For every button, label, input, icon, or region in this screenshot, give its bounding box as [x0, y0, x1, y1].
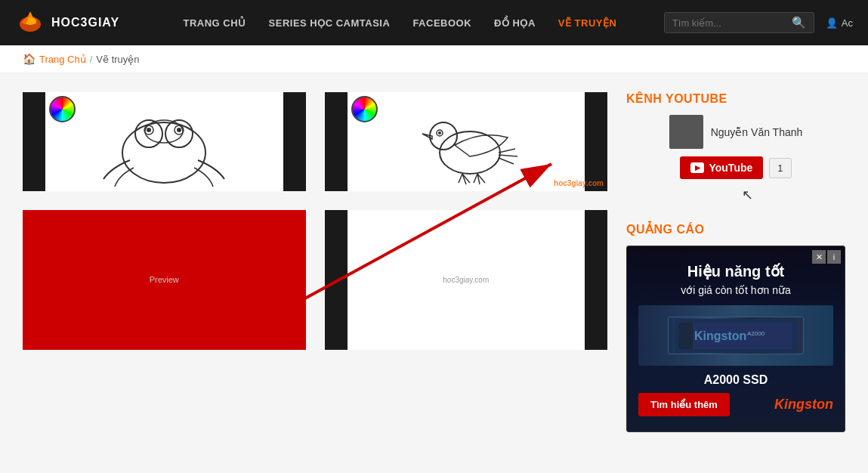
ui-panel-right-4: [585, 210, 607, 350]
yt-btn-row: ▶ YouTube 1: [680, 156, 791, 179]
youtube-play-icon: ▶: [690, 162, 704, 173]
svg-text:A2000: A2000: [747, 330, 765, 337]
author-name: Nguyễn Văn Thanh: [711, 126, 803, 138]
logo-icon: [15, 8, 45, 38]
kingston-brand: Kingston: [774, 397, 833, 412]
breadcrumb-home-link[interactable]: Trang Chủ: [39, 54, 86, 65]
ad-learn-btn[interactable]: Tìm hiểu thêm: [638, 393, 730, 416]
nav-facebook[interactable]: FACEBOOK: [412, 17, 471, 29]
nav-do-hoa[interactable]: ĐỒ HỌA: [494, 17, 536, 29]
header: HOC3GIAY TRANG CHỦ SERIES HỌC CAMTASIA F…: [0, 0, 868, 45]
color-wheel-bird: [351, 96, 378, 122]
ad-product-name: A2000 SSD: [638, 373, 833, 387]
author-row: Nguyễn Văn Thanh: [669, 115, 803, 149]
content-area: Hướng dẫn vẽ ếch sống động và đẹp mắt Ếc…: [23, 92, 607, 432]
article-card-bird: hoc3giay.com Hướng dẫn vẽ chim đơn giản …: [325, 92, 608, 191]
frog-drawing: [88, 92, 239, 190]
youtube-section: KÊNH YOUTUBE Nguyễn Văn Thanh ▶ YouTube …: [626, 92, 845, 203]
youtube-section-title: KÊNH YOUTUBE: [626, 92, 845, 106]
ssd-chip-svg: Kingston A2000: [675, 319, 796, 353]
user-label: Ac: [842, 17, 853, 29]
ui-panel-left: [23, 92, 45, 191]
svg-rect-22: [679, 323, 693, 349]
article-card-frog: Hướng dẫn vẽ ếch sống động và đẹp mắt Ếc…: [23, 92, 306, 191]
ad-section: QUẢNG CÁO ✕ i Hiệu năng tốt với giá còn …: [626, 222, 845, 432]
svg-point-17: [438, 131, 441, 134]
user-area[interactable]: 👤 Ac: [826, 17, 853, 29]
author-avatar: [669, 115, 703, 149]
ad-title-main: Hiệu năng tốt: [638, 261, 833, 281]
home-icon: 🏠: [23, 53, 36, 65]
breadcrumb-separator: /: [90, 54, 93, 65]
youtube-count: 1: [769, 158, 791, 178]
breadcrumb-current: Vẽ truyện: [96, 54, 139, 65]
svg-text:Kingston: Kingston: [694, 329, 746, 342]
ad-info-btn[interactable]: i: [827, 250, 841, 264]
ad-section-title: QUẢNG CÁO: [626, 222, 845, 236]
articles-grid: Hướng dẫn vẽ ếch sống động và đẹp mắt Ếc…: [23, 92, 607, 350]
ad-close-row: ✕ i: [812, 250, 841, 264]
ad-widget: ✕ i Hiệu năng tốt với giá còn tốt hơn nữ…: [626, 246, 845, 432]
youtube-widget: Nguyễn Văn Thanh ▶ YouTube 1 ↖: [626, 115, 845, 203]
nav-camtasia[interactable]: SERIES HỌC CAMTASIA: [269, 17, 391, 29]
kingston-logo: Kingston: [774, 397, 833, 413]
nav-ve-truyen[interactable]: VẼ TRUYỆN: [558, 17, 617, 29]
sidebar: KÊNH YOUTUBE Nguyễn Văn Thanh ▶ YouTube …: [626, 92, 845, 432]
ad-product-img: Kingston A2000: [638, 305, 833, 366]
thumb-placeholder-3: Preview: [150, 275, 179, 284]
thumb-placeholder-4: hoc3giay.com: [443, 276, 489, 284]
search-icon[interactable]: 🔍: [792, 16, 806, 29]
breadcrumb: 🏠 Trang Chủ / Vẽ truyện: [0, 45, 868, 73]
search-area[interactable]: 🔍: [664, 12, 814, 33]
ad-close-x-btn[interactable]: ✕: [812, 250, 826, 264]
cursor-icon: ↖: [742, 187, 753, 203]
youtube-btn-label: YouTube: [709, 162, 752, 174]
ad-title-sub: với giá còn tốt hơn nữa: [638, 284, 833, 296]
svg-point-9: [145, 120, 183, 143]
logo-area[interactable]: HOC3GIAY: [15, 8, 136, 38]
article-thumbnail-frog[interactable]: [23, 92, 306, 191]
svg-point-13: [177, 128, 181, 132]
search-input[interactable]: [672, 17, 786, 29]
main-area: Hướng dẫn vẽ ếch sống động và đẹp mắt Ếc…: [0, 73, 868, 451]
nav-trang-chu[interactable]: TRANG CHỦ: [183, 17, 246, 29]
user-icon: 👤: [826, 17, 838, 29]
drawing-canvas-4: hoc3giay.com: [348, 210, 585, 350]
watermark: hoc3giay.com: [554, 179, 604, 187]
drawing-canvas-frog: [45, 92, 283, 191]
svg-point-12: [147, 128, 151, 132]
kingston-chip: Kingston A2000: [668, 317, 804, 354]
ui-panel-right: [283, 92, 306, 191]
youtube-subscribe-btn[interactable]: ▶ YouTube: [680, 156, 763, 179]
main-nav: TRANG CHỦ SERIES HỌC CAMTASIA FACEBOOK Đ…: [136, 17, 664, 29]
article-thumbnail-3[interactable]: Preview: [23, 210, 306, 350]
ui-panel-left-bird: [325, 92, 348, 191]
ui-panel-left-4: [325, 210, 348, 350]
ad-btn-row: Tìm hiểu thêm Kingston: [638, 393, 833, 416]
article-card-3: Preview: [23, 210, 306, 350]
logo-text: HOC3GIAY: [51, 16, 119, 29]
article-thumbnail-4[interactable]: hoc3giay.com: [325, 210, 608, 350]
article-card-4: hoc3giay.com: [325, 210, 608, 350]
ui-panel-right-bird: [585, 92, 607, 191]
drawing-canvas-bird: [348, 92, 585, 191]
svg-point-15: [430, 122, 457, 150]
color-wheel: [49, 96, 76, 122]
article-thumbnail-bird[interactable]: hoc3giay.com: [325, 92, 608, 191]
bird-drawing: [391, 92, 542, 190]
